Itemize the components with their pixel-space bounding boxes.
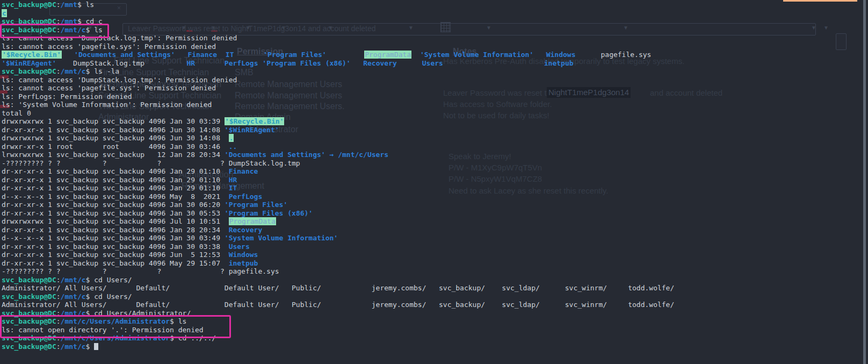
terminal-line: '$Recycle.Bin' 'Documents and Settings' … [2, 51, 674, 59]
terminal-line: d--x--x--x 1 svc_backup svc_backup 4096 … [2, 234, 674, 242]
terminal-line: ls: cannot access 'pagefile.sys': Permis… [2, 84, 674, 92]
terminal-line: lrwxrwxrwx 1 svc_backup svc_backup 12 Ja… [2, 151, 674, 159]
terminal-line: dr-xr-xr-x 1 svc_backup svc_backup 4096 … [2, 226, 674, 234]
terminal-line: ls: 'System Volume Information': Permiss… [2, 101, 674, 109]
terminal-line: '$WinREAgent' DumpStack.log.tmp HR PerfL… [2, 59, 674, 68]
terminal-line: drwxrwxrwx 1 svc_backup svc_backup 4096 … [2, 134, 674, 142]
terminal-line: dr-xr-xr-x 1 svc_backup svc_backup 4096 … [2, 176, 674, 184]
toolbar-control-box[interactable] [836, 33, 847, 50]
terminal-line: ls: cannot access 'DumpStack.log.tmp': P… [2, 76, 674, 84]
vertical-scrollbar[interactable] [863, 0, 866, 364]
terminal-cursor [94, 343, 98, 350]
chevron-down-icon[interactable]: ▼ [811, 25, 816, 31]
terminal-line: c [2, 9, 674, 18]
terminal-line: total 0 [2, 109, 674, 118]
terminal-output: svc_backup@DC:/mnt$ lscsvc_backup@DC:/mn… [2, 1, 674, 351]
orange-accent-bar [783, 0, 857, 2]
terminal-line: dr-xr-xr-x 1 svc_backup svc_backup 4096 … [2, 167, 674, 176]
terminal-line: drwxrwxrwx 1 svc_backup svc_backup 4096 … [2, 117, 674, 126]
terminal-line: dr-xr-xr-x 1 svc_backup svc_backup 4096 … [2, 126, 674, 134]
terminal-line: svc_backup@DC:/mnt/c$ cd Users/ [2, 276, 674, 284]
terminal-line: Administrator/ All Users/ Default/ Defau… [2, 301, 674, 309]
terminal-line: dr-xr-xr-x 1 svc_backup svc_backup 4096 … [2, 251, 674, 259]
terminal-line: dr-xr-xr-x 1 svc_backup svc_backup 4096 … [2, 242, 674, 251]
highlight-box-ls-administrator [0, 315, 231, 338]
terminal-line: dr-xr-xr-x 1 svc_backup svc_backup 4096 … [2, 259, 674, 268]
terminal-line: -????????? ? ? ? ? ? DumpStack.log.tmp [2, 159, 674, 168]
terminal-line: svc_backup@DC:/mnt/c$ cd Users/ [2, 292, 674, 301]
terminal-line: svc_backup@DC:/mnt/c$ [2, 342, 674, 351]
terminal-line: ls: PerfLogs: Permission denied [2, 92, 674, 101]
terminal-line: dr-xr-xr-x 1 svc_backup svc_backup 4096 … [2, 209, 674, 218]
terminal-line: dr-xr-xr-x 1 svc_backup svc_backup 4096 … [2, 201, 674, 209]
terminal-line: drwxr-xr-x 1 root root 4096 Jan 30 03:46… [2, 142, 674, 151]
terminal-line: Administrator/ All Users/ Default/ Defau… [2, 284, 674, 292]
terminal-line: drwxrwxrwx 1 svc_backup svc_backup 4096 … [2, 217, 674, 226]
terminal-line: d--x--x--x 1 svc_backup svc_backup 4096 … [2, 192, 674, 201]
terminal-line: dr-xr-xr-x 1 svc_backup svc_backup 4096 … [2, 184, 674, 192]
highlight-box-ls-mnt-c [0, 24, 109, 38]
terminal-line: ls: cannot access 'pagefile.sys': Permis… [2, 42, 674, 51]
terminal-line: svc_backup@DC:/mnt$ ls [2, 1, 674, 9]
chevron-down-icon[interactable]: ▼ [823, 25, 829, 31]
terminal-line: -????????? ? ? ? ? ? pagefile.sys [2, 267, 674, 276]
screenshot-root: { "terminal": { "lines": [ {"segs":[["u"… [0, 0, 868, 364]
terminal-line: svc_backup@DC:/mnt/c$ ls -la [2, 67, 674, 76]
